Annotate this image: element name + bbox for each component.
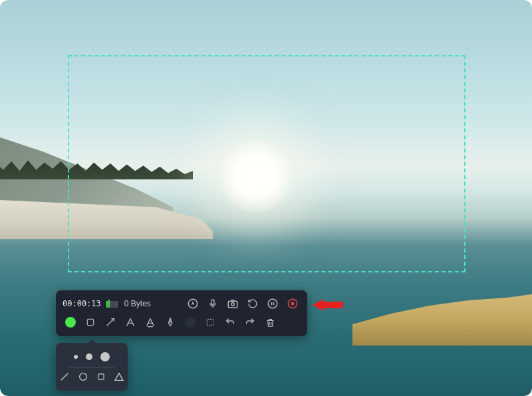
svg-rect-15 <box>98 374 104 379</box>
recording-timer: 00:00:13 <box>63 299 101 308</box>
color-picker-dark[interactable] <box>182 314 198 330</box>
redo-button[interactable] <box>242 314 258 330</box>
svg-rect-1 <box>211 300 214 304</box>
line-shape-button[interactable] <box>59 371 70 382</box>
cursor-highlight-button[interactable] <box>185 296 201 312</box>
brush-size-small[interactable] <box>74 355 78 359</box>
pause-button[interactable] <box>265 296 281 312</box>
svg-line-13 <box>61 373 68 381</box>
svg-point-4 <box>268 299 277 308</box>
undo-button[interactable] <box>222 314 238 330</box>
sun <box>219 140 293 213</box>
stop-button[interactable] <box>285 296 301 312</box>
svg-point-3 <box>231 303 235 306</box>
triangle-shape-button[interactable] <box>114 371 124 382</box>
brush-size-medium[interactable] <box>86 353 92 360</box>
shape-options-popup <box>56 343 128 391</box>
text-tool-button[interactable] <box>122 314 138 330</box>
rectangle-tool-button[interactable] <box>82 314 98 330</box>
audio-level-meter <box>106 300 118 308</box>
highlighter-tool-button[interactable] <box>142 314 158 330</box>
callout-arrow-icon <box>313 299 343 311</box>
color-picker-green[interactable] <box>63 314 78 330</box>
brush-size-large[interactable] <box>100 352 110 361</box>
grass <box>352 292 532 346</box>
file-size-label: 0 Bytes <box>124 299 151 308</box>
pen-tool-button[interactable] <box>162 314 178 330</box>
camera-button[interactable] <box>225 296 241 312</box>
microphone-button[interactable] <box>205 296 221 312</box>
arrow-tool-button[interactable] <box>102 314 118 330</box>
circle-shape-button[interactable] <box>78 371 88 382</box>
recorder-toolbar: 00:00:13 0 Bytes <box>56 290 307 336</box>
delete-button[interactable] <box>262 314 278 330</box>
selection-tool-button[interactable] <box>202 314 218 330</box>
svg-rect-12 <box>207 319 213 325</box>
svg-rect-8 <box>291 302 295 306</box>
background-scene: 00:00:13 0 Bytes <box>0 0 532 396</box>
square-shape-button[interactable] <box>96 371 106 382</box>
svg-rect-9 <box>87 319 93 325</box>
refresh-button[interactable] <box>245 296 261 312</box>
popup-divider <box>68 367 115 367</box>
svg-point-14 <box>80 373 87 381</box>
svg-rect-2 <box>228 301 237 308</box>
shore <box>0 199 213 239</box>
